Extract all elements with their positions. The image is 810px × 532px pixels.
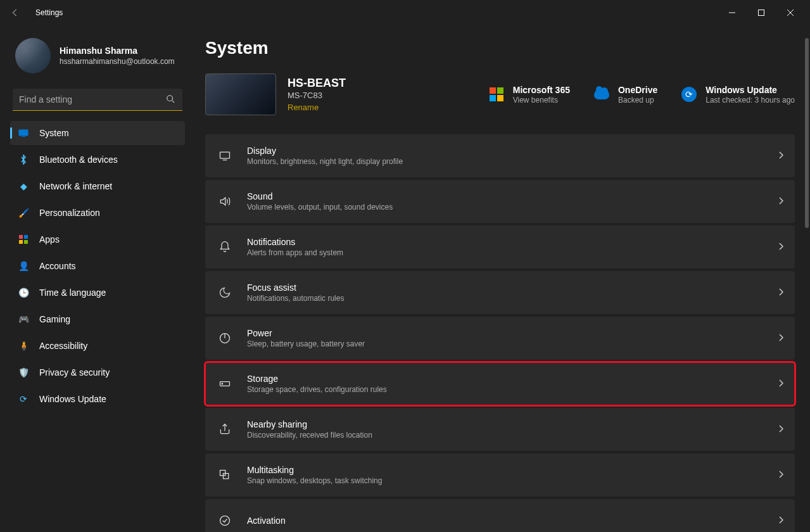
chevron-right-icon (778, 241, 783, 253)
scrollbar[interactable] (805, 38, 809, 228)
svg-rect-18 (220, 471, 225, 476)
card-subtitle: Sleep, battery usage, battery saver (247, 339, 365, 348)
quick-onedrive[interactable]: OneDriveBacked up (593, 85, 657, 104)
nav-item-accessibility[interactable]: 🧍Accessibility (10, 334, 185, 358)
card-power[interactable]: PowerSleep, battery usage, battery saver (205, 317, 795, 360)
rename-link[interactable]: Rename (288, 103, 346, 112)
nav-label: Privacy & security (39, 367, 110, 377)
nav-label: Time & language (39, 288, 106, 298)
profile-name: Himanshu Sharma (60, 46, 175, 56)
nav-icon: 👤 (18, 260, 29, 272)
nav-item-windows-update[interactable]: ⟳Windows Update (10, 387, 185, 411)
svg-line-5 (172, 100, 175, 103)
nav-item-gaming[interactable]: 🎮Gaming (10, 307, 185, 331)
quick-sub: View benefits (513, 96, 570, 104)
card-notifications[interactable]: NotificationsAlerts from apps and system (205, 225, 795, 269)
power-icon (217, 332, 233, 345)
quick-title: Windows Update (706, 85, 795, 95)
card-sound[interactable]: SoundVolume levels, output, input, sound… (205, 180, 795, 223)
nav-item-bluetooth-devices[interactable]: Bluetooth & devices (10, 148, 185, 172)
nav-item-apps[interactable]: Apps (10, 227, 185, 251)
card-storage[interactable]: StorageStorage space, drives, configurat… (205, 362, 795, 405)
nav-label: Network & internet (39, 181, 112, 191)
nav-icon: 🛡️ (18, 367, 29, 378)
search-input[interactable] (13, 89, 182, 111)
svg-rect-12 (220, 152, 230, 158)
card-subtitle: Storage space, drives, configuration rul… (247, 385, 387, 394)
back-button[interactable] (5, 3, 25, 23)
svg-rect-6 (19, 130, 28, 136)
share-icon (217, 423, 233, 436)
nav-label: Personalization (39, 208, 100, 218)
quick-microsoft365[interactable]: Microsoft 365View benefits (488, 85, 570, 104)
microsoft-logo-icon (488, 86, 505, 103)
nav-item-system[interactable]: System (10, 121, 185, 145)
nav-icon: 🎮 (18, 314, 29, 325)
nav-item-time-language[interactable]: 🕒Time & language (10, 281, 185, 305)
sync-icon: ⟳ (680, 86, 698, 103)
card-subtitle: Volume levels, output, input, sound devi… (247, 203, 393, 212)
card-display[interactable]: DisplayMonitors, brightness, night light… (205, 134, 795, 177)
nav-item-personalization[interactable]: 🖌️Personalization (10, 201, 185, 225)
card-focus-assist[interactable]: Focus assistNotifications, automatic rul… (205, 271, 795, 314)
avatar (15, 38, 51, 73)
svg-rect-19 (224, 474, 229, 479)
storage-icon (217, 377, 233, 390)
search-icon (166, 94, 175, 106)
nav-icon: 🖌️ (18, 207, 29, 218)
nav-item-privacy-security[interactable]: 🛡️Privacy & security (10, 360, 185, 384)
card-title: Display (247, 146, 403, 156)
nav-label: System (39, 128, 69, 138)
card-nearby-sharing[interactable]: Nearby sharingDiscoverability, received … (205, 408, 795, 451)
device-model: MS-7C83 (288, 91, 346, 100)
card-subtitle: Snap windows, desktops, task switching (247, 476, 382, 485)
chevron-right-icon (778, 424, 783, 435)
multi-icon (217, 469, 233, 481)
sound-icon (217, 195, 233, 208)
search-box[interactable] (13, 89, 182, 111)
quick-windows-update[interactable]: ⟳ Windows UpdateLast checked: 3 hours ag… (680, 85, 795, 104)
svg-rect-11 (24, 240, 28, 244)
nav-item-network-internet[interactable]: ◆Network & internet (10, 174, 185, 198)
sidebar: Himanshu Sharma hssharmahimanshu@outlook… (0, 25, 190, 532)
card-subtitle: Notifications, automatic rules (247, 294, 344, 303)
nav-icon (18, 154, 29, 165)
card-title: Storage (247, 374, 387, 384)
nav-label: Windows Update (39, 394, 106, 404)
close-button[interactable] (776, 3, 805, 23)
card-title: Multitasking (247, 465, 382, 475)
card-activation[interactable]: Activation (205, 499, 795, 532)
minimize-button[interactable] (718, 3, 747, 23)
profile-block[interactable]: Himanshu Sharma hssharmahimanshu@outlook… (10, 25, 185, 89)
card-subtitle: Discoverability, received files location (247, 431, 372, 440)
nav-icon (18, 234, 29, 245)
card-subtitle: Monitors, brightness, night light, displ… (247, 157, 403, 166)
nav-icon: ⟳ (18, 393, 29, 405)
profile-email: hssharmahimanshu@outlook.com (60, 57, 175, 66)
nav-label: Bluetooth & devices (39, 155, 118, 165)
maximize-button[interactable] (747, 3, 776, 23)
svg-point-20 (220, 516, 230, 526)
svg-point-4 (167, 95, 173, 101)
title-bar: Settings (0, 0, 810, 25)
content-area: System HS-BEAST MS-7C83 Rename Microsoft… (190, 25, 810, 532)
window-controls (718, 3, 805, 23)
moon-icon (217, 286, 233, 299)
nav-label: Accessibility (39, 341, 87, 351)
nav-icon: ◆ (18, 180, 29, 192)
card-title: Power (247, 328, 365, 338)
card-multitasking[interactable]: MultitaskingSnap windows, desktops, task… (205, 453, 795, 497)
window-title: Settings (35, 8, 63, 17)
card-title: Activation (247, 516, 286, 526)
svg-rect-1 (759, 10, 764, 16)
display-icon (217, 149, 233, 162)
card-title: Focus assist (247, 282, 344, 293)
nav-icon (18, 127, 29, 139)
nav-icon: 🧍 (18, 340, 29, 352)
device-thumbnail[interactable] (205, 73, 276, 115)
card-title: Notifications (247, 237, 343, 247)
chevron-right-icon (778, 378, 783, 390)
svg-rect-8 (19, 235, 23, 239)
chevron-right-icon (778, 469, 783, 481)
nav-item-accounts[interactable]: 👤Accounts (10, 254, 185, 278)
